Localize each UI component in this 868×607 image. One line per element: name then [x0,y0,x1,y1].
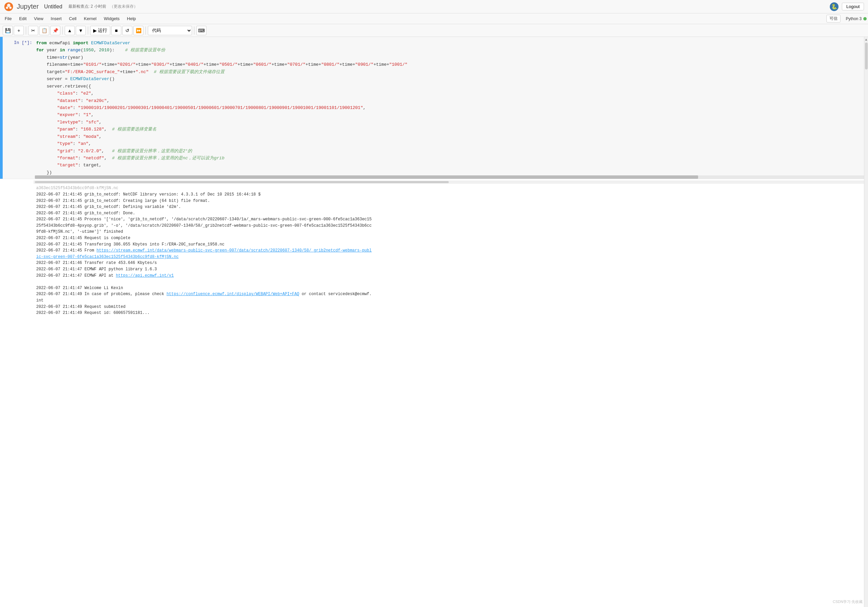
toolbar-sep-2 [62,26,63,34]
menu-help[interactable]: Help [124,15,140,22]
watermark: CSDN学习·先收藏 [833,599,863,604]
svg-point-2 [6,6,8,9]
output-link-2[interactable]: ic-svc-green-007-6fe5cac1a363ec1525f5434… [36,255,178,259]
menu-cell[interactable]: Cell [66,15,80,22]
menu-view[interactable]: View [31,15,46,22]
svg-point-1 [7,4,10,7]
jupyter-wordmark: Jupyter [17,3,39,10]
output-line-4: 2022-06-07 21:41:45 grib_to_netcdf: Defi… [34,204,864,210]
menu-widgets[interactable]: Widgets [101,15,123,22]
kernel-status-dot [863,17,866,20]
svg-point-3 [9,6,12,9]
output-line-11: 2022-06-07 21:41:47 ECMWF API python lib… [34,266,864,273]
toolbar-sep-4 [146,26,146,34]
top-bar-right: 🐍 Logout [830,2,864,11]
copy-button[interactable]: 📋 [39,26,49,35]
cell-hscroll-thumb [35,175,698,179]
vscroll-thumb[interactable] [865,43,868,70]
code-cell: In [*]: from ecmwfapi import ECMWFDataSe… [0,37,864,179]
output-line-5: 2022-06-07 21:41:45 grib_to_netcdf: Done… [34,210,864,217]
output-line-8: 2022-06-07 21:41:45 Transfering 386.055 … [34,241,864,248]
cell-editor[interactable]: from ecmwfapi import ECMWFDataServer for… [35,37,864,179]
output-line-14: 2022-06-07 21:41:49 In case of problems,… [34,291,864,303]
run-label: 运行 [98,28,107,34]
notebook-scroll[interactable]: In [*]: from ecmwfapi import ECMWFDataSe… [0,37,864,607]
output-scrollbar-line[interactable] [34,180,864,184]
menu-bar: File Edit View Insert Cell Kernel Widget… [0,13,868,24]
jupyter-logo [4,2,13,11]
output-line-1: a363ec1525f54343b6cc9fd8-kfMjSN.nc [34,185,864,191]
toolbar-sep-5 [194,26,194,34]
notebook-name[interactable]: Untitled [44,4,62,10]
output-line-6: 2022-06-07 21:41:45 Process '['nice', 'g… [34,216,864,235]
fast-forward-button[interactable]: ⏩ [133,26,143,35]
toolbar-sep-1 [26,26,26,34]
output-line-3: 2022-06-07 21:41:45 grib_to_netcdf: Crea… [34,198,864,204]
output-line-13: 2022-06-07 21:41:47 Welcome Li Kexin [34,285,864,292]
menu-edit[interactable]: Edit [16,15,30,22]
output-line-12: 2022-06-07 21:41:47 ECMWF API at https:/… [34,273,864,279]
output-link-4[interactable]: https://confluence.ecmwf.int/display/WEB… [167,292,299,297]
jupyter-logo-icon [4,2,13,11]
python-icon: 🐍 [830,2,839,11]
add-cell-button[interactable]: + [14,26,24,35]
unsaved-indicator: （更改未保存） [110,4,138,9]
cell-hscroll[interactable] [35,175,864,179]
move-down-button[interactable]: ▼ [76,26,86,35]
output-area[interactable]: a363ec1525f54343b6cc9fd8-kfMjSN.nc 2022-… [0,179,864,317]
code-content: from ecmwfapi import ECMWFDataServer for… [36,40,863,176]
save-button[interactable]: 💾 [3,26,13,35]
kernel-info: Python 3 [846,16,866,21]
paste-button[interactable]: 📌 [50,26,60,35]
output-hscrollbar-thumb [35,181,449,183]
menu-insert[interactable]: Insert [47,15,65,22]
top-bar: Jupyter Untitled 最新检查点: 2 小时前 （更改未保存） 🐍 … [0,0,868,13]
cut-button[interactable]: ✂ [28,26,38,35]
output-line-15: 2022-06-07 21:41:49 Request submitted [34,304,864,310]
vscroll-up-arrow[interactable]: ▲ [865,37,868,41]
run-button[interactable]: ▶ 运行 [90,26,110,35]
toolbar-sep-3 [88,26,88,34]
right-scrollbar[interactable]: ▲ [864,37,868,607]
keyboard-shortcuts-button[interactable]: ⌨ [196,26,206,35]
output-line-2: 2022-06-07 21:41:45 grib_to_netcdf: NetC… [34,191,864,198]
stop-button[interactable]: ■ [111,26,121,35]
output-line-10: 2022-06-07 21:41:46 Transfer rate 453.64… [34,260,864,266]
output-line-empty [34,279,864,285]
cell-type-select[interactable]: 代码 Markdown Raw NBConvert Heading [148,26,192,35]
notebook-wrapper: In [*]: from ecmwfapi import ECMWFDataSe… [0,37,868,607]
output-line-7: 2022-06-07 21:41:45 Request is complete [34,235,864,241]
run-icon: ▶ [93,28,97,33]
kernel-name: Python 3 [846,16,862,21]
menu-file[interactable]: File [2,15,15,22]
output-line-9: 2022-06-07 21:41:45 From https://stream.… [34,247,864,260]
move-up-button[interactable]: ▲ [65,26,75,35]
logout-button[interactable]: Logout [842,3,864,10]
cell-prompt: In [*]: [3,37,35,179]
trusted-badge[interactable]: 可信 [826,15,840,22]
output-link-1[interactable]: https://stream.ecmwf.int/data/webmars-pu… [96,248,372,253]
toolbar: 💾 + ✂ 📋 📌 ▲ ▼ ▶ 运行 ■ ↺ ⏩ 代码 Markdown Raw… [0,24,868,37]
output-line-16: 2022-06-07 21:41:49 Request id: 60065759… [34,310,864,316]
restart-button[interactable]: ↺ [122,26,132,35]
checkpoint-info: 最新检查点: 2 小时前 [68,4,106,9]
menu-kernel[interactable]: Kernel [81,15,100,22]
output-link-3[interactable]: https://api.ecmwf.int/v1 [116,273,174,278]
